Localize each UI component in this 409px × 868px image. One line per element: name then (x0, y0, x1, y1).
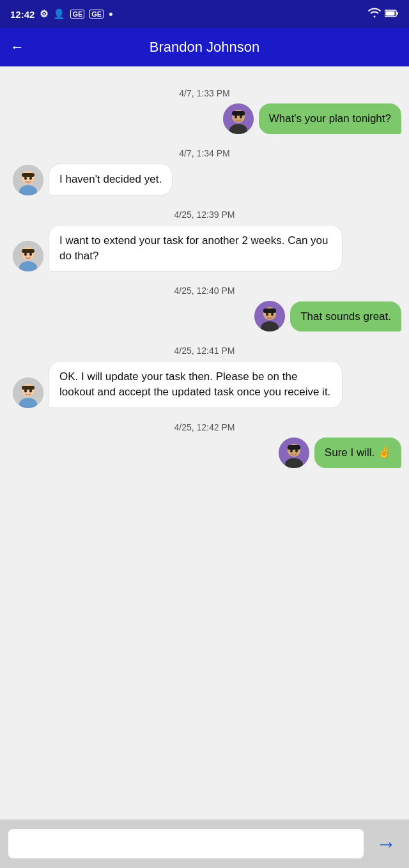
svg-point-14 (24, 176, 27, 179)
svg-point-35 (24, 389, 27, 392)
caption2-icon: GE (89, 10, 104, 19)
svg-point-21 (24, 253, 27, 256)
svg-point-15 (29, 176, 32, 179)
message-timestamp: 4/25, 12:42 PM (8, 422, 401, 432)
person-icon: 👤 (53, 8, 65, 20)
svg-rect-30 (263, 308, 276, 313)
message-row: Sure I will. ✌ (8, 438, 401, 468)
svg-rect-1 (386, 11, 395, 16)
svg-point-7 (235, 116, 237, 119)
svg-rect-2 (397, 12, 399, 15)
received-avatar (13, 165, 43, 195)
message-row: OK. I will update your task then. Please… (8, 361, 401, 408)
svg-point-29 (271, 313, 274, 316)
message-bubble: That sounds great. (290, 301, 401, 332)
battery-icon (385, 8, 399, 20)
svg-point-43 (295, 449, 298, 452)
svg-point-8 (240, 116, 242, 119)
message-timestamp: 4/25, 12:39 PM (8, 209, 401, 220)
message-timestamp: 4/7, 1:33 PM (8, 88, 401, 98)
sent-avatar (254, 301, 285, 331)
message-row: That sounds great. (8, 301, 401, 331)
send-button[interactable]: → (371, 828, 401, 859)
svg-rect-9 (232, 111, 245, 116)
status-bar: 12:42 ⚙ 👤 GE GE • (0, 0, 409, 28)
dot-icon: • (109, 8, 112, 21)
contact-name: Brandon Johnson (35, 39, 374, 56)
caption1-icon: GE (70, 10, 84, 19)
status-bar-left: 12:42 ⚙ 👤 GE GE • (10, 8, 113, 21)
sent-avatar (223, 103, 254, 134)
message-bubble: Sure I will. ✌ (314, 438, 401, 468)
message-bubble: What's your plan tonight? (259, 103, 401, 134)
svg-point-36 (29, 389, 32, 392)
message-bubble: OK. I will update your task then. Please… (49, 361, 343, 408)
message-bubble: I want to extend your task for another 2… (49, 225, 343, 272)
svg-rect-23 (22, 249, 35, 253)
message-timestamp: 4/25, 12:41 PM (8, 346, 401, 356)
wifi-icon (368, 8, 381, 20)
svg-point-28 (266, 313, 268, 316)
message-row: What's your plan tonight? (8, 103, 401, 134)
svg-rect-16 (22, 173, 35, 177)
message-row: I want to extend your task for another 2… (8, 225, 401, 272)
message-input[interactable] (8, 828, 364, 859)
message-bubble: I haven't decided yet. (49, 164, 173, 195)
svg-rect-44 (288, 445, 300, 450)
gear-icon: ⚙ (40, 8, 48, 20)
message-timestamp: 4/7, 1:34 PM (8, 148, 401, 158)
status-time: 12:42 (10, 9, 35, 20)
svg-rect-37 (22, 386, 35, 390)
sent-avatar (279, 438, 309, 468)
input-area: → (0, 819, 409, 868)
chat-area: 4/7, 1:33 PMWhat's your plan tonight? 4/… (0, 66, 409, 819)
received-avatar (13, 377, 43, 408)
svg-point-22 (29, 253, 32, 256)
chat-header: ← Brandon Johnson (0, 28, 409, 66)
svg-point-42 (290, 449, 293, 452)
received-avatar (13, 241, 43, 271)
send-arrow-icon: → (376, 832, 396, 856)
back-button[interactable]: ← (10, 39, 24, 56)
message-timestamp: 4/25, 12:40 PM (8, 286, 401, 296)
message-row: I haven't decided yet. (8, 164, 401, 195)
status-bar-right (368, 8, 399, 20)
